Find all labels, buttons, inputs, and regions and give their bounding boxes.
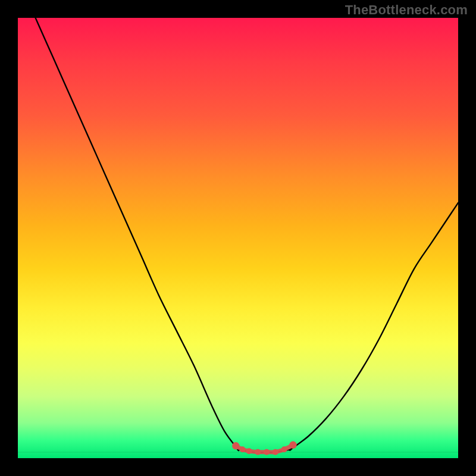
chart-frame: TheBottleneck.com (0, 0, 476, 476)
watermark-text: TheBottleneck.com (345, 2, 468, 18)
green-band-line (18, 452, 458, 453)
plot-area (18, 18, 458, 458)
